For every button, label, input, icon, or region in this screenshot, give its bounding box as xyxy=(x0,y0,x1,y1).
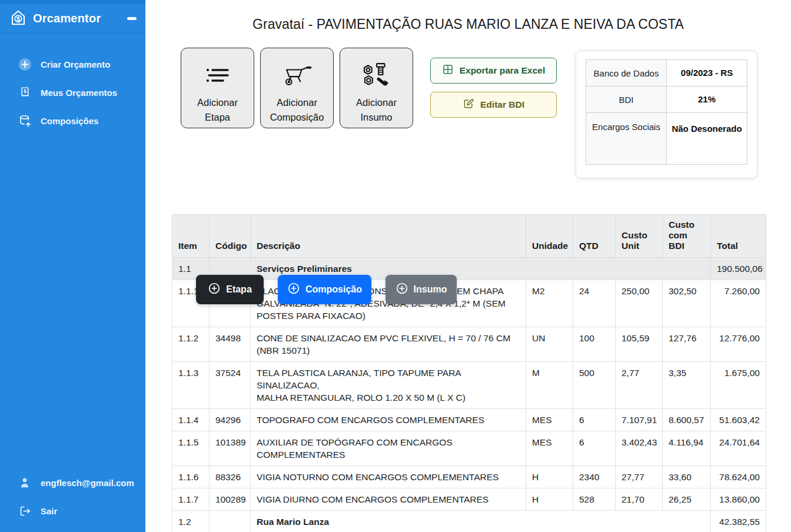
table-row[interactable]: 1.1.7100289VIGIA DIURNO COM ENCARGOS COM… xyxy=(172,488,766,511)
plus-circle-icon xyxy=(18,57,32,71)
info-row-bdi: BDI 21% xyxy=(586,87,747,113)
cell-cunit: 27,77 xyxy=(616,466,663,488)
floating-button-label: Etapa xyxy=(226,284,252,295)
table-row[interactable]: 1.1.688326VIGIA NOTURNO COM ENCARGOS COM… xyxy=(172,466,766,488)
cell-codigo: 100289 xyxy=(210,488,251,511)
cell-codigo xyxy=(210,511,251,532)
cell-codigo: 34498 xyxy=(210,327,251,362)
adicionar-etapa-card-button[interactable]: Adicionar Etapa xyxy=(181,48,254,128)
table-row[interactable]: 1.2Rua Mario Lanza42.382,55 xyxy=(172,511,766,532)
cell-qtd: 6 xyxy=(573,409,616,431)
logout-label: Sair xyxy=(41,506,57,516)
wheelbarrow-icon xyxy=(281,59,314,92)
cell-qtd: 500 xyxy=(573,362,616,409)
cell-total: 51.603,42 xyxy=(711,409,766,431)
add-insumo-floating-button[interactable]: Insumo xyxy=(385,275,457,304)
floating-button-label: Composição xyxy=(305,284,362,295)
export-excel-button[interactable]: Exportar para Excel xyxy=(430,58,557,84)
floating-button-label: Insumo xyxy=(414,284,447,295)
card-label: Adicionar Insumo xyxy=(356,95,397,125)
column-header-custo-unit: Custo Unit xyxy=(616,215,663,258)
export-excel-label: Exportar para Excel xyxy=(460,65,546,76)
svg-text:$: $ xyxy=(24,88,26,94)
sidebar-header: $ Orcamentor xyxy=(0,4,145,34)
adicionar-composicao-card-button[interactable]: Adicionar Composição xyxy=(260,48,334,128)
card-label: Adicionar Etapa xyxy=(197,95,238,125)
table-row[interactable]: 1.1.234498CONE DE SINALIZACAO EM PVC FLE… xyxy=(172,327,766,362)
cell-cbdi: 3,35 xyxy=(663,362,711,409)
add-etapa-floating-button[interactable]: Etapa xyxy=(196,275,264,304)
app-name: Orcamentor xyxy=(33,12,127,25)
cell-unid: H xyxy=(526,466,573,488)
cell-total: 78.624,00 xyxy=(711,466,766,488)
action-buttons-column: Exportar para Excel Editar BDI xyxy=(430,58,557,118)
cell-item: 1.1.4 xyxy=(172,409,210,431)
column-header-total: Total xyxy=(711,215,766,258)
cell-cbdi: 4.116,94 xyxy=(663,431,711,466)
add-composicao-floating-button[interactable]: Composição xyxy=(278,275,371,304)
cell-total: 42.382,55 xyxy=(711,511,766,532)
cell-unid: H xyxy=(526,488,573,511)
table-header-row: Item Código Descrição Unidade QTD Custo … xyxy=(172,215,766,258)
sidebar-item-meus-orcamentos[interactable]: $ Meus Orçamentos xyxy=(0,78,145,107)
column-header-unidade: Unidade xyxy=(526,215,573,258)
receipt-icon: $ xyxy=(18,85,32,99)
cell-codigo: 94296 xyxy=(210,409,251,431)
table-row[interactable]: 1.1.5101389AUXILIAR DE TOPÓGRAFO COM ENC… xyxy=(172,431,766,466)
plus-circle-icon xyxy=(396,282,408,297)
sidebar-item-criar-orcamento[interactable]: Criar Orçamento xyxy=(0,50,145,78)
info-row-banco-de-dados: Banco de Dados 09/2023 - RS xyxy=(586,60,747,87)
user-email: engflesch@gmail.com xyxy=(41,478,134,488)
cell-unid: M2 xyxy=(526,280,573,327)
plus-circle-icon xyxy=(208,282,221,297)
cell-codigo: 101389 xyxy=(210,431,251,466)
card-label: Adicionar Composição xyxy=(270,95,324,125)
cell-qtd: 24 xyxy=(573,280,616,327)
cell-desc: TOPOGRAFO COM ENCARGOS COMPLEMENTARES xyxy=(251,409,526,431)
table-row[interactable]: 1.1.337524TELA PLASTICA LARANJA, TIPO TA… xyxy=(172,362,766,409)
sidebar-item-sair[interactable]: Sair xyxy=(0,497,145,525)
nuts-bolts-icon xyxy=(361,59,392,92)
cell-cbdi: 33,60 xyxy=(663,466,711,488)
sidebar-user-email[interactable]: engflesch@gmail.com xyxy=(0,468,145,497)
cell-total: 13.860,00 xyxy=(711,488,766,511)
budget-info-panel: Banco de Dados 09/2023 - RS BDI 21% Enca… xyxy=(576,51,757,178)
pencil-square-icon xyxy=(463,98,474,112)
spreadsheet-icon xyxy=(442,64,454,78)
cell-total: 24.701,64 xyxy=(711,431,766,466)
cell-qtd: 528 xyxy=(573,488,616,511)
svg-text:$: $ xyxy=(16,15,21,22)
sidebar-footer: engflesch@gmail.com Sair xyxy=(0,468,145,525)
add-cards-group: Adicionar Etapa Adicionar Composição xyxy=(181,48,413,128)
column-header-item: Item xyxy=(172,215,210,258)
sidebar-collapse-button[interactable] xyxy=(127,17,137,20)
info-label: BDI xyxy=(586,87,667,113)
adicionar-insumo-card-button[interactable]: Adicionar Insumo xyxy=(340,48,413,128)
user-icon xyxy=(18,476,32,490)
cell-codigo: 37524 xyxy=(210,362,251,409)
cell-total: 7.260,00 xyxy=(711,280,766,327)
cell-desc: VIGIA NOTURNO COM ENCARGOS COMPLEMENTARE… xyxy=(251,466,526,488)
cell-unid: MES xyxy=(526,431,573,466)
cell-codigo: 88326 xyxy=(210,466,251,488)
info-label: Encargos Sociais xyxy=(586,113,667,165)
cell-cbdi: 127,76 xyxy=(663,327,711,362)
info-value: Não Desonerado xyxy=(667,113,747,165)
cell-item: 1.1.2 xyxy=(172,327,210,362)
plus-circle-icon xyxy=(287,282,300,297)
sidebar-menu: Criar Orçamento $ Meus Orçamentos Compos… xyxy=(0,50,145,135)
cell-total: 190.500,06 xyxy=(711,258,766,280)
cell-unid: M xyxy=(526,362,573,409)
edit-bdi-button[interactable]: Editar BDI xyxy=(430,92,557,118)
cell-unid: UN xyxy=(526,327,573,362)
cell-cbdi: 8.600,57 xyxy=(663,409,711,431)
cell-cunit: 2,77 xyxy=(616,362,663,409)
column-header-codigo: Código xyxy=(210,215,251,258)
budget-table: Item Código Descrição Unidade QTD Custo … xyxy=(172,214,766,532)
budget-table-wrapper: Item Código Descrição Unidade QTD Custo … xyxy=(172,214,766,532)
sidebar-item-composicoes[interactable]: Composições xyxy=(0,107,145,135)
cell-item: 1.1.7 xyxy=(172,488,210,511)
table-row[interactable]: 1.1.494296TOPOGRAFO COM ENCARGOS COMPLEM… xyxy=(172,409,766,431)
cell-cunit: 7.107,91 xyxy=(616,409,663,431)
cell-cbdi: 26,25 xyxy=(663,488,711,511)
